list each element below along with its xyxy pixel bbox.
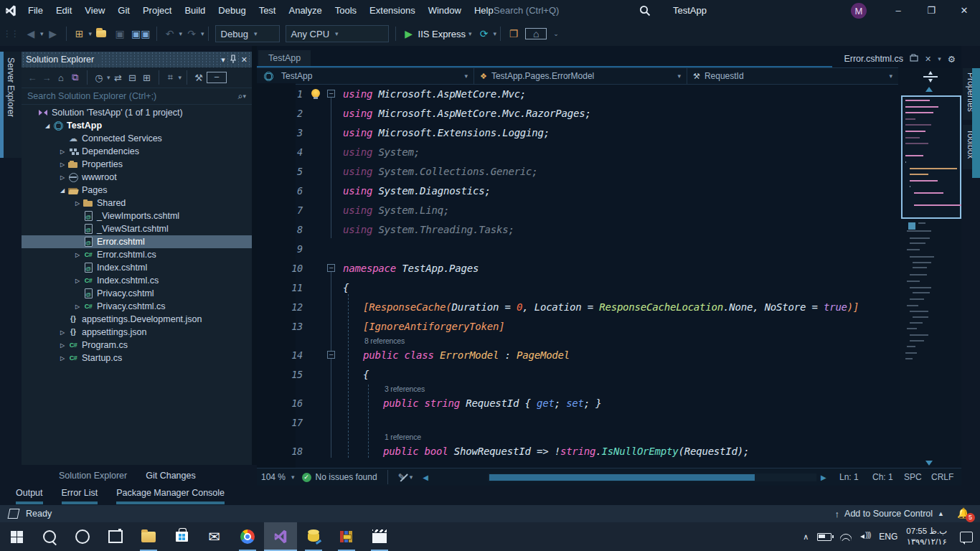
menu-extensions[interactable]: Extensions [363,0,422,22]
navigate-forward-icon[interactable]: ▶ [46,28,60,39]
tab-output[interactable]: Output [16,485,43,504]
battery-icon[interactable] [817,533,831,541]
menu-test[interactable]: Test [253,0,283,22]
home-toggle-icon[interactable]: ⌂ [525,28,547,39]
codelens-references[interactable]: 8 references [257,336,898,346]
line-indicator[interactable]: Ln: 1 [839,472,859,482]
visual-studio-taskbar-icon[interactable] [264,522,297,551]
codelens-references[interactable]: 1 reference [257,433,898,442]
menu-git[interactable]: Git [111,0,136,22]
promote-preview-icon[interactable] [910,54,918,64]
tree-item--viewimports-cshtml[interactable]: _ViewImports.cshtml [22,209,252,222]
tree-item-error-cshtml-cs[interactable]: ▷C#Error.cshtml.cs [22,248,252,261]
movies-tv-icon[interactable] [363,522,396,551]
collapsed-arrow-icon[interactable]: ▷ [72,278,83,284]
solution-configurations-dropdown[interactable]: Debug▾ [215,25,280,42]
tab-list-dropdown-icon[interactable]: ▾ [938,55,941,62]
tree-item-index-cshtml-cs[interactable]: ▷C#Index.cshtml.cs [22,274,252,287]
preview-tab-label[interactable]: Error.cshtml.cs [844,54,903,64]
close-panel-icon[interactable]: ✕ [241,55,248,65]
close-document-icon[interactable]: ✕ [925,55,931,64]
tree-item-properties[interactable]: ▷Properties [22,158,252,171]
tab-package-manager-console[interactable]: Package Manager Console [116,485,225,504]
toolbar-overflow-icon[interactable]: ⌄ [553,30,559,37]
menu-analyze[interactable]: Analyze [282,0,328,22]
expanded-arrow-icon[interactable]: ◢ [42,123,52,129]
menu-file[interactable]: File [22,0,50,22]
properties-wrench-icon[interactable]: ⚒ [192,72,205,83]
collapsed-arrow-icon[interactable]: ▷ [72,200,83,207]
menu-edit[interactable]: Edit [50,0,78,22]
open-file-icon[interactable] [94,28,108,39]
issues-label[interactable]: No issues found [316,472,377,482]
tray-chevron-icon[interactable]: ∧ [803,532,809,542]
menu-window[interactable]: Window [422,0,468,22]
tree-item-error-cshtml[interactable]: Error.cshtml [22,235,252,248]
server-explorer-tab[interactable]: Server Explorer [0,52,23,158]
column-indicator[interactable]: Ch: 1 [872,472,893,482]
solution-explorer-header[interactable]: Solution Explorer ▾ ✕ [22,52,252,67]
start-button[interactable] [0,522,33,551]
quick-search-box[interactable]: Search (Ctrl+Q) [494,0,559,22]
scroll-right-arrow[interactable]: ▶ [821,474,826,481]
scroll-left-arrow[interactable]: ◀ [423,474,428,481]
chrome-icon[interactable] [231,522,264,551]
collapsed-arrow-icon[interactable]: ▷ [57,342,67,349]
tree-item-program-cs[interactable]: ▷C#Program.cs [22,339,252,352]
tree-item-dependencies[interactable]: ▷Dependencies [22,145,252,158]
sync-icon[interactable]: ⇄ [112,72,125,83]
save-icon[interactable]: ▣ [113,28,127,39]
code-editor[interactable]: 1–using Microsoft.AspNetCore.Mvc;2using … [257,83,898,468]
tree-item-shared[interactable]: ▷Shared [22,197,252,209]
new-project-icon[interactable]: ⊞ [72,28,87,39]
refresh-icon[interactable]: ⟳ [477,28,491,39]
restore-button[interactable]: ❐ [915,0,947,22]
winrar-icon[interactable] [330,522,363,551]
expanded-arrow-icon[interactable]: ◢ [57,187,67,194]
navigate-back-icon[interactable]: ◀ [24,28,38,39]
language-indicator[interactable]: ENG [879,532,897,542]
tab-error-list[interactable]: Error List [62,485,98,504]
tree-item-solution-testapp-1-of-1-project-[interactable]: Solution 'TestApp' (1 of 1 project) [22,106,252,119]
tree-item-appsettings-development-json[interactable]: {}appsettings.Development.json [22,313,252,326]
properties-tab[interactable]: Properties [963,68,980,120]
search-icon[interactable] [639,4,651,17]
collapsed-arrow-icon[interactable]: ▷ [72,303,83,310]
scroll-up-arrow[interactable] [925,87,933,92]
save-all-icon[interactable]: ▣▣ [131,28,150,39]
solution-explorer-search[interactable]: Search Solution Explorer (Ctrl+;) ⌕ ▾ [22,88,252,105]
collapsed-arrow-icon[interactable]: ▷ [57,149,67,155]
cortana-icon[interactable] [66,522,99,551]
task-view-icon[interactable] [99,522,132,551]
member-dropdown[interactable]: ⚒ RequestId▾ [687,68,898,84]
se-forward-icon[interactable]: → [40,72,53,83]
fold-collapse-icon[interactable]: – [327,264,335,272]
microsoft-store-icon[interactable] [165,522,198,551]
menu-project[interactable]: Project [136,0,178,22]
horizontal-scrollbar[interactable] [488,474,816,481]
fold-collapse-icon[interactable]: – [327,351,335,359]
toolbox-tab[interactable]: Toolbox [963,125,980,169]
mail-icon[interactable]: ✉ [198,522,231,551]
line-ending-indicator[interactable]: CRLF [931,472,953,482]
pending-changes-filter-icon[interactable]: ◷ [93,72,105,83]
tree-item-startup-cs[interactable]: ▷C#Startup.cs [22,352,252,364]
clock[interactable]: 07:55 ب.ظ ۱۳۹۹/۱۲/۱۶ [906,526,947,547]
solution-platforms-dropdown[interactable]: Any CPU▾ [286,25,389,42]
show-all-files-icon[interactable]: ⊞ [141,72,154,83]
menu-tools[interactable]: Tools [329,0,363,22]
tree-item--viewstart-cshtml[interactable]: _ViewStart.cshtml [22,222,252,235]
collapsed-arrow-icon[interactable]: ▷ [57,161,67,168]
close-button[interactable]: ✕ [948,0,980,22]
notifications-bell-icon[interactable]: 🔔5 [957,507,970,520]
tree-item-privacy-cshtml-cs[interactable]: ▷C#Privacy.cshtml.cs [22,300,252,313]
menu-debug[interactable]: Debug [212,0,252,22]
undo-icon[interactable]: ↶ [163,28,177,39]
minimap-viewport[interactable] [901,95,961,219]
preview-selected-items-icon[interactable]: − [207,72,227,83]
editor-options-gear-icon[interactable]: ⚙ [948,54,956,65]
start-debugging-icon[interactable]: ▶ [402,28,416,39]
scroll-down-arrow[interactable] [925,461,933,466]
collapse-all-icon[interactable]: ⊟ [126,72,139,83]
split-editor-handle[interactable] [923,71,938,83]
